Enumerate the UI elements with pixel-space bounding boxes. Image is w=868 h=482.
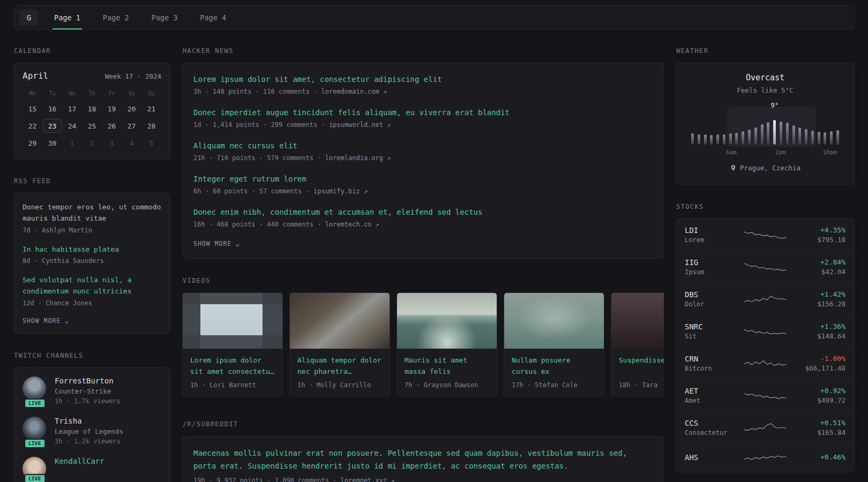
- stock-row[interactable]: SNRCSit +1.36%$148.64: [676, 315, 854, 347]
- external-link-icon[interactable]: ↗: [376, 221, 379, 228]
- video-thumbnail[interactable]: [397, 293, 497, 349]
- tab-page-4[interactable]: Page 4: [198, 6, 228, 29]
- stock-row[interactable]: AHS +0.46%: [676, 443, 854, 472]
- external-link-icon[interactable]: ↗: [387, 121, 391, 129]
- video-title[interactable]: Nullam posuere cursus ex: [512, 355, 596, 378]
- video-title[interactable]: Suspendisse diam: [619, 355, 664, 378]
- chevron-down-icon: ⌄: [64, 319, 69, 323]
- external-link-icon[interactable]: ↗: [383, 88, 387, 95]
- section-title-videos: VIDEOS: [183, 277, 664, 284]
- hn-item-domain[interactable]: loremlandia.org: [325, 154, 383, 162]
- calendar-header: April Week 17 · 2024: [23, 71, 161, 81]
- calendar-day: 24: [62, 119, 82, 133]
- twitch-channel[interactable]: LIVE ForrestBurton Counter-Strike 1h · 1…: [23, 376, 161, 405]
- twitch-channel[interactable]: LIVE Trisha League of Legends 3h · 1.2k …: [23, 417, 161, 445]
- channel-game: League of Legends: [55, 427, 123, 435]
- video-thumbnail[interactable]: [183, 293, 282, 349]
- rss-item-title[interactable]: Donec tempor eros leo, ut commodo mauris…: [23, 202, 161, 224]
- live-badge: LIVE: [24, 398, 46, 408]
- live-badge: LIVE: [24, 474, 46, 482]
- time-axis-label: 6am: [726, 149, 737, 156]
- rss-show-more-button[interactable]: SHOW MORE ⌄: [23, 317, 69, 325]
- hn-item-title[interactable]: Donec imperdiet augue tincidunt felis al…: [193, 107, 653, 118]
- weather-widget: WEATHER Overcast Feels like 5°C 9° 6am 2…: [676, 47, 855, 185]
- weather-bar: [792, 125, 795, 145]
- hn-item-title[interactable]: Integer eget rutrum lorem: [193, 174, 653, 185]
- rss-card: Donec tempor eros leo, ut commodo mauris…: [13, 193, 170, 334]
- reddit-post-title[interactable]: Maecenas mollis pulvinar erat non posuer…: [193, 447, 653, 473]
- weather-bar: [735, 133, 738, 145]
- tab-page-1[interactable]: Page 1: [53, 6, 82, 29]
- stock-row[interactable]: LDILorem +4.35%$795.18: [676, 219, 854, 251]
- hn-item-domain[interactable]: ipsumworld.net: [329, 121, 383, 129]
- calendar-day: 15: [23, 102, 42, 116]
- stock-symbol: IIG: [685, 258, 734, 267]
- hn-item-title[interactable]: Donec enim nibh, condimentum et accumsan…: [193, 207, 653, 218]
- external-link-icon[interactable]: ↗: [387, 154, 391, 162]
- stock-row[interactable]: DBSDolor +1.42%$156.28: [676, 283, 854, 315]
- calendar-day: 25: [82, 119, 102, 133]
- rss-item-title[interactable]: Sed volutpat nulla nisl, a condimentum n…: [23, 275, 161, 297]
- tab-page-2[interactable]: Page 2: [101, 6, 131, 29]
- weather-bar: [742, 131, 744, 145]
- stock-id: AETAmet: [685, 387, 734, 404]
- stock-id: CCSConsectetur: [685, 419, 734, 436]
- hn-show-more-button[interactable]: SHOW MORE ⌄: [193, 240, 240, 247]
- hn-meta-text: 16h · 468 points · 440 comments ·: [193, 221, 325, 228]
- weather-bar: [798, 127, 801, 145]
- stock-row[interactable]: CRNBitcorn -1.00%$66,171.48: [676, 347, 854, 379]
- stock-price: $66,171.48: [796, 364, 845, 372]
- external-link-icon[interactable]: ↗: [364, 187, 368, 195]
- video-thumbnail[interactable]: [504, 293, 604, 349]
- calendar-card: April Week 17 · 2024 Mo Tu We Th Fr Sa S…: [13, 63, 170, 159]
- tab-page-3[interactable]: Page 3: [150, 6, 179, 29]
- video-thumbnail[interactable]: [611, 293, 664, 349]
- hn-item: Integer eget rutrum lorem 6h · 60 points…: [193, 174, 653, 195]
- video-thumbnail[interactable]: [290, 293, 390, 349]
- channel-avatar-wrap: LIVE: [23, 457, 47, 480]
- stock-symbol: DBS: [685, 290, 734, 299]
- stock-symbol: AHS: [685, 453, 734, 462]
- rss-item-meta: 12d · Chance Jones: [23, 299, 161, 307]
- stock-row[interactable]: IIGIpsum +2.84%$42.04: [676, 251, 854, 283]
- stock-id: LDILorem: [685, 226, 734, 244]
- video-title[interactable]: Aliquam tempor dolor nec pharetra…: [297, 355, 382, 378]
- hn-item-domain[interactable]: ipsumify.biz: [313, 187, 360, 195]
- hn-item-domain[interactable]: loremdomain.com: [321, 88, 379, 95]
- app-logo[interactable]: G: [19, 10, 39, 26]
- video-title[interactable]: Mauris sit amet massa felis: [405, 355, 489, 378]
- stock-row[interactable]: CCSConsectetur +0.51%$165.84: [676, 411, 854, 443]
- hn-item-title[interactable]: Aliquam nec cursus elit: [193, 140, 653, 152]
- hn-item-title[interactable]: Lorem ipsum dolor sit amet, consectetur …: [193, 74, 653, 85]
- weather-bar: [786, 123, 789, 145]
- weather-bar: [729, 133, 732, 145]
- stock-values: +1.36%$148.64: [796, 322, 845, 340]
- weather-bar: [716, 134, 719, 145]
- stock-row[interactable]: AETAmet +0.92%$499.72: [676, 379, 854, 411]
- channel-avatar-wrap: LIVE: [23, 376, 47, 405]
- channel-game: Counter-Strike: [55, 387, 121, 395]
- video-card: Nullam posuere cursus ex 17h · Stefan Co…: [504, 292, 604, 397]
- hn-item: Donec imperdiet augue tincidunt felis al…: [193, 107, 653, 129]
- time-axis-label: 2pm: [775, 149, 786, 156]
- stock-sparkline: [744, 325, 786, 338]
- channel-avatar-wrap: LIVE: [23, 417, 47, 445]
- video-title[interactable]: Lorem ipsum dolor sit amet consectetu…: [190, 355, 275, 378]
- calendar-day-next-month: 2: [82, 136, 102, 150]
- calendar-weekday-header: Mo Tu We Th Fr Sa Su: [23, 91, 161, 96]
- reddit-meta-text: 19h · 9,932 points · 1,090 comments ·: [193, 477, 341, 482]
- twitch-channel[interactable]: LIVE KendallCarr: [23, 457, 161, 480]
- external-link-icon[interactable]: ↗: [391, 477, 394, 482]
- dashboard-columns: CALENDAR April Week 17 · 2024 Mo Tu We T…: [13, 47, 855, 482]
- stock-id: AHS: [685, 453, 734, 463]
- stock-price: $795.18: [796, 236, 845, 244]
- rss-item-meta: 7d · Ashlyn Martin: [23, 227, 161, 234]
- reddit-post-domain[interactable]: loremnet.xyz: [341, 477, 387, 482]
- rss-item-title[interactable]: In hac habitasse platea: [23, 244, 161, 255]
- channel-avatar: [23, 417, 46, 440]
- stock-sparkline: [744, 292, 786, 306]
- section-title-hackernews: HACKER NEWS: [183, 47, 664, 55]
- rss-item: Sed volutpat nulla nisl, a condimentum n…: [23, 275, 161, 307]
- hn-item-domain[interactable]: loremtech.co: [325, 221, 372, 228]
- stock-change: +0.92%: [796, 387, 845, 395]
